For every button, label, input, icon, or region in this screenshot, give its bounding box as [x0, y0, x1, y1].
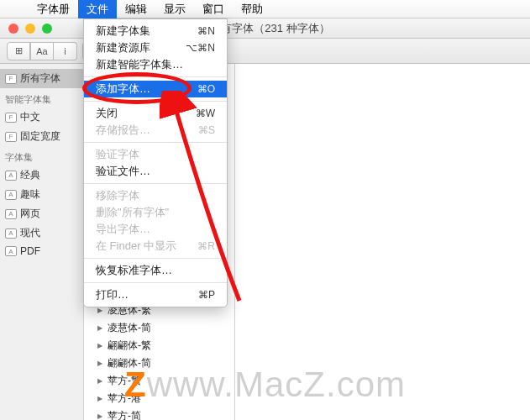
- menu-item-label: 删除"所有字体": [96, 205, 169, 220]
- font-list-item[interactable]: 苹方-港: [84, 390, 234, 407]
- menu-item[interactable]: 恢复标准字体…: [84, 262, 227, 279]
- sidebar-item-label: 网页: [20, 207, 40, 221]
- menu-item-label: 新建字体集: [96, 24, 150, 39]
- menu-item[interactable]: 新建资源库⌥⌘N: [84, 39, 227, 56]
- font-preview: [235, 64, 530, 420]
- menu-separator: [84, 183, 227, 184]
- traffic-lights: [0, 24, 52, 34]
- menubar-app-name[interactable]: 字体册: [29, 0, 78, 18]
- menu-item-shortcut: ⌘O: [197, 83, 215, 95]
- menu-separator: [84, 76, 227, 77]
- menu-separator: [84, 258, 227, 259]
- menu-item-label: 在 Finder 中显示: [96, 239, 176, 254]
- sidebar-item-label: 现代: [20, 226, 40, 240]
- menu-item-label: 存储报告…: [96, 123, 150, 138]
- menu-item-shortcut: ⌘N: [197, 25, 215, 37]
- sidebar-all-fonts-label: 所有字体: [20, 71, 60, 86]
- menu-item: 删除"所有字体": [84, 204, 227, 221]
- menu-item: 导出字体…: [84, 221, 227, 238]
- menu-item-label: 关闭: [96, 106, 118, 121]
- menu-item-label: 添加字体…: [96, 81, 150, 97]
- grid-view-button[interactable]: ⊞: [7, 42, 30, 60]
- set-icon: A: [5, 171, 17, 181]
- menubar-item-view[interactable]: 显示: [155, 0, 194, 18]
- sidebar-item-label: 中文: [20, 110, 40, 124]
- set-icon: A: [5, 209, 17, 219]
- font-list-item[interactable]: 苹方-繁: [84, 372, 234, 390]
- menu-item-label: 导出字体…: [96, 222, 150, 237]
- smart-icon: F: [5, 132, 17, 142]
- menu-item-label: 新建资源库: [96, 40, 150, 55]
- font-list-item[interactable]: 翩翩体-简: [84, 354, 234, 372]
- set-icon: A: [5, 190, 17, 200]
- menu-item-label: 新建智能字体集…: [96, 57, 183, 72]
- sidebar: F 所有字体 智能字体集 F中文F固定宽度 字体集 A经典A趣味A网页A现代AP…: [0, 64, 84, 420]
- menu-item-shortcut: ⌘R: [197, 240, 215, 252]
- menu-item-label: 打印…: [96, 287, 129, 302]
- sidebar-smart-item[interactable]: F固定宽度: [0, 127, 83, 146]
- minimize-button[interactable]: [25, 24, 35, 34]
- close-button[interactable]: [8, 24, 18, 34]
- menubar: 字体册 文件 编辑 显示 窗口 帮助: [0, 0, 530, 18]
- sidebar-item-label: 经典: [20, 168, 40, 182]
- content-area: F 所有字体 智能字体集 F中文F固定宽度 字体集 A经典A趣味A网页A现代AP…: [0, 64, 530, 420]
- set-icon: A: [5, 228, 17, 239]
- menu-item-shortcut: ⌘S: [198, 124, 215, 136]
- sidebar-item-label: 趣味: [20, 187, 40, 202]
- menubar-item-help[interactable]: 帮助: [233, 0, 271, 18]
- smart-icon: F: [5, 113, 17, 123]
- sidebar-item-label: 固定宽度: [20, 129, 60, 144]
- menu-item-label: 恢复标准字体…: [96, 263, 172, 278]
- file-menu-dropdown: 新建字体集⌘N新建资源库⌥⌘N新建智能字体集…添加字体…⌘O关闭⌘W存储报告…⌘…: [83, 18, 228, 307]
- sidebar-item-label: PDF: [20, 245, 40, 257]
- sidebar-set-item[interactable]: A网页: [0, 204, 83, 223]
- menubar-item-file[interactable]: 文件: [78, 0, 117, 18]
- menu-item[interactable]: 新建智能字体集…: [84, 56, 227, 73]
- menu-item: 验证字体: [84, 146, 227, 163]
- sidebar-set-item[interactable]: APDF: [0, 243, 83, 260]
- menu-item: 在 Finder 中显示⌘R: [84, 238, 227, 255]
- menu-item: 存储报告…⌘S: [84, 122, 227, 139]
- sidebar-set-item[interactable]: A经典: [0, 165, 83, 185]
- font-list-item[interactable]: 苹方-简: [84, 407, 234, 420]
- menu-item[interactable]: 添加字体…⌘O: [84, 81, 227, 97]
- sidebar-smart-label: 智能字体集: [0, 88, 83, 108]
- menu-item[interactable]: 新建字体集⌘N: [84, 23, 227, 39]
- menu-separator: [84, 282, 227, 283]
- menu-item-label: 验证文件…: [96, 164, 150, 179]
- app-window: 所有字体（231 种字体） ⊞ Aa i ＋ F 所有字体 智能字体集 F中文F…: [0, 18, 530, 420]
- menu-item-shortcut: ⌘W: [196, 108, 215, 119]
- font-icon: F: [5, 74, 17, 84]
- font-list-item[interactable]: 翩翩体-繁: [84, 337, 234, 354]
- sample-view-button[interactable]: Aa: [30, 42, 54, 60]
- menu-item-shortcut: ⌥⌘N: [186, 42, 215, 54]
- titlebar: 所有字体（231 种字体）: [0, 18, 530, 39]
- sidebar-all-fonts[interactable]: F 所有字体: [0, 69, 83, 88]
- sidebar-set-item[interactable]: A趣味: [0, 185, 83, 204]
- menubar-item-edit[interactable]: 编辑: [117, 0, 155, 18]
- menu-item[interactable]: 验证文件…: [84, 163, 227, 180]
- sidebar-sets-label: 字体集: [0, 146, 83, 165]
- info-view-button[interactable]: i: [54, 42, 77, 60]
- menu-item[interactable]: 关闭⌘W: [84, 105, 227, 122]
- font-list-item[interactable]: 凌慧体-简: [84, 319, 234, 337]
- menu-item-shortcut: ⌘P: [198, 289, 215, 301]
- set-icon: A: [5, 246, 17, 256]
- toolbar: ⊞ Aa i ＋: [0, 39, 530, 64]
- sidebar-smart-item[interactable]: F中文: [0, 108, 83, 127]
- view-mode-segment: ⊞ Aa i: [7, 42, 77, 60]
- menubar-item-window[interactable]: 窗口: [194, 0, 233, 18]
- menu-item-label: 移除字体: [96, 188, 139, 203]
- sidebar-set-item[interactable]: A现代: [0, 223, 83, 243]
- menu-item[interactable]: 打印…⌘P: [84, 286, 227, 303]
- menu-separator: [84, 101, 227, 102]
- menu-separator: [84, 142, 227, 143]
- menu-item: 移除字体: [84, 187, 227, 204]
- menu-item-label: 验证字体: [96, 147, 139, 162]
- zoom-button[interactable]: [42, 24, 52, 34]
